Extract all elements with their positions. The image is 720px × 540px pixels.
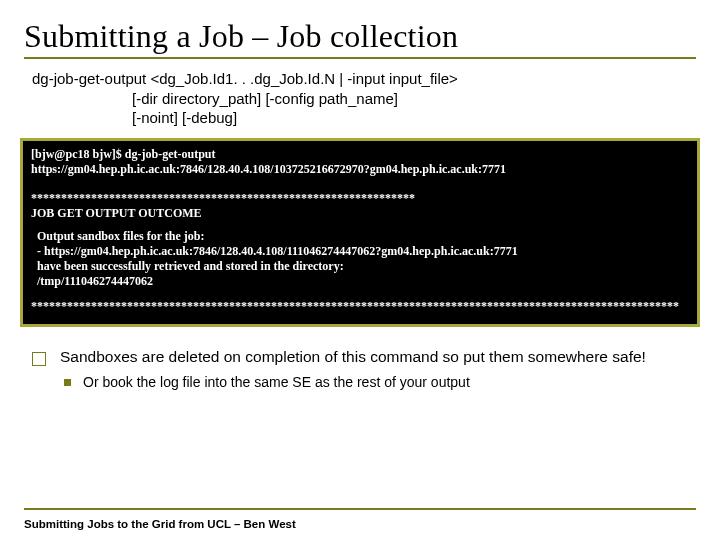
slide-footer: Submitting Jobs to the Grid from UCL – B… [24,518,296,530]
list-item-text: Sandboxes are deleted on completion of t… [60,347,646,368]
slide: Submitting a Job – Job collection dg-job… [0,0,720,540]
terminal-output: [bjw@pc18 bjw]$ dg-job-get-output https:… [20,138,700,327]
bullet-list: Sandboxes are deleted on completion of t… [32,347,696,393]
terminal-command: [bjw@pc18 bjw]$ dg-job-get-output https:… [31,147,689,177]
terminal-body: Output sandbox files for the job: - http… [31,229,689,289]
terminal-line: [bjw@pc18 bjw]$ dg-job-get-output [31,147,689,162]
terminal-line: JOB GET OUTPUT OUTCOME [31,206,689,221]
page-title: Submitting a Job – Job collection [24,18,696,55]
square-bullet-icon [32,352,46,366]
terminal-line: /tmp/111046274447062 [37,274,689,289]
terminal-header: ****************************************… [31,191,689,221]
terminal-line: ****************************************… [31,191,689,206]
footer-divider [24,508,696,510]
list-item: Or book the log file into the same SE as… [64,373,696,392]
terminal-line: ****************************************… [31,299,689,314]
square-bullet-icon [64,379,71,386]
title-divider [24,57,696,59]
terminal-line: https://gm04.hep.ph.ic.ac.uk:7846/128.40… [31,162,689,177]
list-item: Sandboxes are deleted on completion of t… [32,347,696,368]
terminal-line: have been successfully retrieved and sto… [37,259,689,274]
list-item-text: Or book the log file into the same SE as… [83,373,470,392]
terminal-line: Output sandbox files for the job: [37,229,689,244]
command-usage: dg-job-get-output <dg_Job.Id1. . .dg_Job… [32,69,696,128]
terminal-line: - https://gm04.hep.ph.ic.ac.uk:7846/128.… [37,244,689,259]
